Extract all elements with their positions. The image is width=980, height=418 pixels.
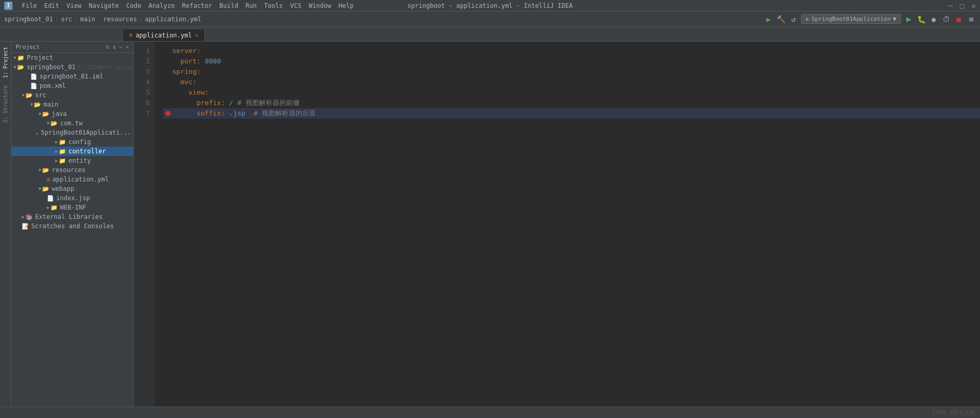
tree-item-springboot-app[interactable]: ☕ SpringBoot01Applicati... [11, 128, 133, 137]
line-num-7: 7 [134, 108, 150, 119]
code-line-1: server: [163, 46, 980, 56]
run-config-label: SpringBoot01Application [811, 16, 891, 22]
sidebar-close-icon[interactable]: ✕ [125, 44, 129, 50]
sidebar-settings-icon[interactable]: ⚙ [106, 44, 110, 50]
menu-item-window[interactable]: Window [305, 1, 334, 10]
line-num-3: 3 [134, 67, 150, 77]
line-num-1: 1 [134, 46, 150, 56]
tree-item-external-libraries[interactable]: ▶ 📚 External Libraries [11, 212, 133, 221]
run-toolbar: ▶ 🔨 ↺ ▶ SpringBoot01Application ▼ ▶ 🐛 ◉ … [764, 14, 976, 24]
line-num-2: 2 [134, 56, 150, 67]
tree-item-resources[interactable]: ▼ 📂 resources [11, 165, 133, 175]
menu-item-run[interactable]: Run [242, 1, 260, 10]
tree-item-entity[interactable]: ▶ 📁 entity [11, 156, 133, 165]
window-controls[interactable]: ─ □ ✕ [948, 2, 976, 10]
menu-item-edit[interactable]: Edit [41, 1, 62, 10]
side-tab-project[interactable]: 1: Project [2, 44, 9, 81]
sidebar-title: Project [16, 44, 40, 50]
tab-bar: ⚙ application.yml ✕ [0, 27, 980, 42]
menu-item-build[interactable]: Build [216, 1, 241, 10]
minimize-btn[interactable]: ─ [948, 2, 952, 10]
code-line-6: prefix: / # 视图解析器的前缀 [163, 98, 980, 108]
side-tab-structure[interactable]: 2: Structure [2, 82, 9, 126]
tree-item-com-tw[interactable]: ▼ 📂 com.tw [11, 119, 133, 128]
breadcrumb: springboot_01 › src › main › resources ›… [4, 16, 201, 23]
breadcrumb-item-3[interactable]: main [80, 16, 95, 23]
title-bar: I FileEditViewNavigateCodeAnalyzeRefacto… [0, 0, 980, 11]
line-num-5: 5 [134, 87, 150, 98]
menu-item-navigate[interactable]: Navigate [86, 1, 122, 10]
breadcrumb-item-4[interactable]: resources [103, 16, 137, 23]
sidebar: Project ⚙ ⇅ ⋯ ✕ ▼ 📁 Project ▼ 📂 springbo… [11, 42, 134, 407]
toolbar: springboot_01 › src › main › resources ›… [0, 11, 980, 27]
tab-icon-yml: ⚙ [129, 32, 133, 38]
side-panel-tabs: 1: Project 2: Structure [0, 42, 11, 407]
menu-item-vcs[interactable]: VCS [287, 1, 305, 10]
breakpoint-line7 [165, 111, 171, 116]
tree-item-webapp[interactable]: ▼ 📂 webapp [11, 184, 133, 193]
run-config-icon: ▶ [806, 16, 809, 22]
code-line-4: mvc: [163, 77, 980, 87]
breadcrumb-item-2[interactable]: src [61, 16, 72, 23]
menu-item-help[interactable]: Help [336, 1, 357, 10]
tab-label: application.yml [136, 32, 192, 39]
reload-icon[interactable]: ↺ [789, 15, 798, 24]
tree-item-config[interactable]: ▶ 📁 config [11, 137, 133, 147]
sidebar-gear-icon[interactable]: ⋯ [119, 44, 123, 50]
coverage-btn[interactable]: ◉ [929, 15, 938, 24]
tree-item-src[interactable]: ▼ 📂 src [11, 90, 133, 100]
watermark: CSDN @学无止路 [932, 409, 976, 416]
run-configuration[interactable]: ▶ SpringBoot01Application ▼ [801, 14, 901, 24]
breadcrumb-item-5[interactable]: application.yml [145, 16, 201, 23]
main-area: 1: Project 2: Structure Project ⚙ ⇅ ⋯ ✕ … [0, 42, 980, 407]
run-button[interactable]: ▶ [904, 15, 913, 24]
tree-item-pom[interactable]: 📄 pom.xml [11, 81, 133, 90]
tree-item-webinf[interactable]: ▶ 📁 WEB-INF [11, 203, 133, 212]
tree-item-application-yml[interactable]: ⚙ application.yml [11, 175, 133, 184]
tab-application-yml[interactable]: ⚙ application.yml ✕ [122, 29, 205, 41]
run-icon[interactable]: ▶ [764, 15, 773, 24]
window-title: springboot - application.yml - IntelliJ … [407, 2, 573, 9]
app-logo: I [4, 2, 12, 10]
tree-item-java[interactable]: ▼ 📂 java [11, 109, 133, 119]
code-line-7: suffix: .jsp # 视图解析器的后置 [163, 108, 980, 119]
more-tools-btn[interactable]: ⊞ [966, 15, 976, 24]
run-config-arrow: ▼ [893, 16, 896, 22]
tree-item-iml[interactable]: 📄 springboot_01.iml [11, 72, 133, 81]
sidebar-sort-icon[interactable]: ⇅ [112, 44, 116, 50]
breadcrumb-item-1[interactable]: springboot_01 [4, 16, 53, 23]
menu-item-analyze[interactable]: Analyze [145, 1, 178, 10]
menu-bar: FileEditViewNavigateCodeAnalyzeRefactorB… [19, 1, 357, 10]
line-numbers: 1 2 3 4 5 6 7 [134, 42, 154, 407]
line-num-4: 4 [134, 77, 150, 87]
tab-close-btn[interactable]: ✕ [195, 32, 198, 38]
menu-item-code[interactable]: Code [123, 1, 145, 10]
menu-item-view[interactable]: View [63, 1, 85, 10]
tree-item-controller[interactable]: ▶ 📁 controller [11, 147, 133, 156]
line-num-6: 6 [134, 98, 150, 108]
stop-button[interactable]: ■ [954, 15, 963, 24]
close-btn[interactable]: ✕ [972, 2, 976, 10]
tree-item-scratches[interactable]: 📝 Scratches and Consoles [11, 221, 133, 231]
build-icon[interactable]: 🔨 [776, 15, 785, 24]
profiler-btn[interactable]: ⏱ [942, 15, 951, 24]
maximize-btn[interactable]: □ [960, 2, 964, 10]
tree-item-index-jsp[interactable]: 📄 index.jsp [11, 193, 133, 203]
code-editor[interactable]: server: port: 8080 spring: mvc: [154, 42, 980, 407]
sidebar-header: Project ⚙ ⇅ ⋯ ✕ [11, 42, 133, 53]
sidebar-header-icons: ⚙ ⇅ ⋯ ✕ [106, 44, 130, 50]
tree-item-main[interactable]: ▼ 📂 main [11, 100, 133, 109]
editor-area: 1 2 3 4 5 6 7 server: port: 8080 [134, 42, 980, 407]
scratches-label: Scratches and Consoles [31, 223, 114, 230]
code-line-2: port: 8080 [163, 56, 980, 67]
code-line-5: view: [163, 87, 980, 98]
code-line-3: spring: [163, 67, 980, 77]
debug-button[interactable]: 🐛 [917, 15, 926, 24]
title-bar-left: I FileEditViewNavigateCodeAnalyzeRefacto… [4, 1, 357, 10]
menu-item-refactor[interactable]: Refactor [179, 1, 215, 10]
menu-item-file[interactable]: File [19, 1, 40, 10]
menu-item-tools[interactable]: Tools [261, 1, 286, 10]
tree-item-project[interactable]: ▼ 📁 Project [11, 53, 133, 62]
status-bar: CSDN @学无止路 [0, 407, 980, 418]
tree-item-springboot01[interactable]: ▼ 📂 springboot_01 F:\IDEAWork\springbo..… [11, 62, 133, 72]
